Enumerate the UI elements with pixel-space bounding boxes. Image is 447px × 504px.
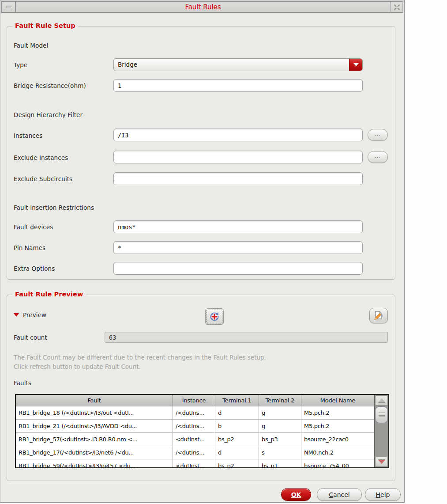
table-row[interactable]: RB1_bridge_59(/<dutInst>/I3/net57 <du...…: [16, 459, 374, 467]
ok-button[interactable]: OK: [281, 488, 311, 501]
pin-names-label: Pin Names: [14, 244, 45, 251]
instances-input[interactable]: [113, 129, 363, 141]
triangle-down-icon: [14, 313, 19, 317]
window-title: Fault Rules: [16, 1, 390, 13]
chevron-down-icon: [353, 63, 359, 66]
fault-rule-setup-title: Fault Rule Setup: [12, 22, 78, 29]
model-name-cell: M5.pch.2: [301, 406, 374, 419]
fault-cell: RB1_bridge_57(<dutInst>.I3.R0.R0.nm <...: [16, 433, 173, 446]
fault-cell: RB1_bridge_18 (/<dutInst>/I3/out <dutI..…: [16, 406, 173, 419]
fault-cell: RB1_bridge_17(/<dutInst>/I3/net6 /<du...: [16, 446, 173, 459]
grip-line: [379, 415, 385, 416]
cancel-button-label: Cancel: [329, 491, 349, 498]
type-label: Type: [14, 61, 27, 68]
help-button-label: Help: [376, 491, 390, 498]
vertical-scrollbar[interactable]: [374, 395, 388, 467]
fault-devices-input[interactable]: [113, 220, 363, 233]
instance-cell: /<dutIns...: [173, 406, 215, 419]
terminal1-cell: d: [215, 446, 259, 459]
column-header-terminal2[interactable]: Terminal 2: [259, 395, 301, 406]
instances-browse-button[interactable]: ...: [368, 129, 388, 141]
grip-line: [379, 417, 385, 417]
ellipsis-icon: ...: [375, 154, 381, 160]
fault-cell: RB1_bridge_21 (/<dutInst>/I3/AVDD <du...: [16, 420, 173, 432]
grip-line: [379, 413, 385, 413]
exclude-subcircuits-input[interactable]: [113, 172, 363, 185]
exclude-instances-label: Exclude Instances: [14, 154, 68, 161]
fault-model-label: Fault Model: [14, 42, 48, 49]
triangle-up-icon: [378, 398, 385, 402]
restrictions-label: Fault Insertion Restrictions: [14, 204, 94, 211]
fault-count-note-line1: The Fault Count may be different due to …: [14, 354, 266, 361]
preview-label: Preview: [23, 311, 46, 318]
fault-rule-preview-title: Fault Rule Preview: [12, 291, 86, 298]
extra-options-input[interactable]: [113, 262, 363, 275]
refresh-fault-count-button[interactable]: [205, 308, 224, 325]
fault-cell: RB1_bridge_59(/<dutInst>/I3/net57 <du...: [16, 459, 173, 467]
exclude-subcircuits-label: Exclude Subcircuits: [14, 175, 72, 182]
instances-label: Instances: [14, 132, 42, 139]
scroll-up-button[interactable]: [375, 395, 388, 405]
model-name-cell: bsource_754_00: [301, 459, 374, 467]
scrollbar-thumb[interactable]: [375, 406, 388, 423]
terminal2-cell: g: [259, 406, 301, 419]
terminal2-cell: g: [259, 420, 301, 432]
faults-label: Faults: [14, 379, 31, 387]
column-header-fault[interactable]: Fault: [16, 395, 173, 406]
titlebar[interactable]: Fault Rules: [1, 1, 403, 13]
scroll-down-button[interactable]: [375, 457, 388, 467]
type-dropdown[interactable]: Bridge: [113, 58, 363, 71]
bridge-resistance-input[interactable]: [113, 79, 363, 92]
column-header-terminal1[interactable]: Terminal 1: [215, 395, 259, 406]
help-button[interactable]: Help: [365, 488, 401, 501]
terminal1-cell: d: [215, 406, 259, 419]
ok-button-label: OK: [291, 491, 301, 498]
bridge-resistance-label: Bridge Resistance(ohm): [14, 82, 86, 89]
table-row[interactable]: RB1_bridge_18 (/<dutInst>/I3/out <dutI..…: [16, 406, 374, 420]
faults-table: Fault Instance Terminal 1 Terminal 2 Mod…: [15, 394, 389, 468]
minimize-icon: [6, 7, 12, 8]
model-name-cell: NM0.nch.2: [301, 446, 374, 459]
extra-options-label: Extra Options: [14, 265, 55, 272]
faults-table-header: Fault Instance Terminal 1 Terminal 2 Mod…: [16, 395, 374, 406]
fault-count-label: Fault count: [14, 334, 47, 341]
resize-icon: [394, 4, 400, 11]
grip-line: [379, 414, 385, 414]
exclude-instances-input[interactable]: [113, 151, 363, 163]
table-row[interactable]: RB1_bridge_57(<dutInst>.I3.R0.R0.nm <...…: [16, 433, 374, 446]
model-name-cell: M5.pch.2: [301, 420, 374, 432]
type-dropdown-button[interactable]: [349, 59, 362, 71]
refresh-icon: [209, 311, 220, 322]
faults-table-body: RB1_bridge_18 (/<dutInst>/I3/out <dutI..…: [16, 406, 374, 467]
edit-rule-button[interactable]: [369, 308, 388, 323]
terminal2-cell: bs_p3: [259, 433, 301, 446]
minimize-button[interactable]: [1, 1, 16, 13]
table-row[interactable]: RB1_bridge_17(/<dutInst>/I3/net6 /<du...…: [16, 446, 374, 459]
terminal1-cell: bs_p2: [215, 459, 259, 467]
preview-collapse-toggle[interactable]: Preview: [14, 311, 46, 318]
column-header-instance[interactable]: Instance: [173, 395, 215, 406]
fault-count-note-line2: Click refresh button to update Fault Cou…: [14, 363, 141, 370]
fault-rules-dialog: Fault Rules Fault Rule Setup Fault Model…: [0, 0, 405, 503]
column-header-model-name[interactable]: Model Name: [301, 395, 374, 406]
terminal1-cell: bs_p2: [215, 433, 259, 446]
type-dropdown-value: Bridge: [114, 59, 349, 71]
model-name-cell: bsource_22cac0: [301, 433, 374, 446]
exclude-instances-browse-button[interactable]: ...: [368, 151, 388, 163]
edit-document-icon: [373, 310, 384, 322]
triangle-down-icon: [378, 460, 385, 464]
hierarchy-filter-label: Design Hierarchy Filter: [14, 111, 83, 118]
pin-names-input[interactable]: [113, 241, 363, 254]
instance-cell: <dutInst...: [173, 433, 215, 446]
table-row[interactable]: RB1_bridge_21 (/<dutInst>/I3/AVDD <du...…: [16, 420, 374, 433]
instance-cell: <dutInst...: [173, 459, 215, 467]
resize-button[interactable]: [390, 1, 403, 13]
ellipsis-icon: ...: [375, 132, 381, 138]
terminal2-cell: bs_p1: [259, 459, 301, 467]
terminal1-cell: b: [215, 420, 259, 432]
cancel-button[interactable]: Cancel: [317, 488, 362, 501]
fault-count-field: [105, 332, 388, 343]
terminal2-cell: s: [259, 446, 301, 459]
instance-cell: /<dutIns...: [173, 420, 215, 432]
fault-devices-label: Fault devices: [14, 224, 53, 231]
